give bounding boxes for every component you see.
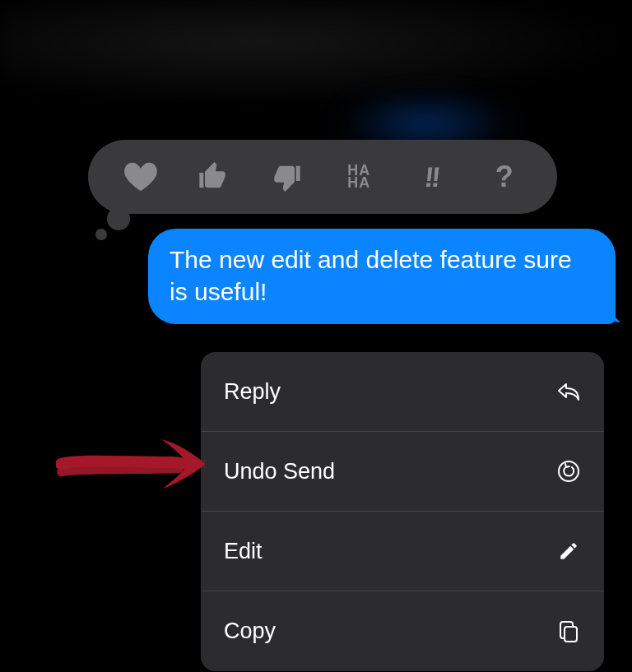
- tapback-tail-large: [107, 207, 130, 230]
- tapback-bar: HA HA !! ?: [88, 140, 557, 214]
- svg-point-0: [559, 461, 579, 481]
- message-text: The new edit and delete feature sure is …: [170, 246, 572, 305]
- menu-item-label: Edit: [224, 539, 263, 564]
- message-bubble[interactable]: The new edit and delete feature sure is …: [148, 229, 616, 324]
- menu-item-label: Copy: [224, 619, 276, 644]
- tapback-question[interactable]: ?: [480, 152, 529, 202]
- haha-icon: HA HA: [347, 165, 370, 190]
- tapback-exclaim[interactable]: !!: [407, 152, 456, 202]
- reply-icon: [556, 379, 581, 404]
- copy-icon: [556, 619, 581, 644]
- heart-icon: [123, 161, 158, 192]
- tapback-tail-small: [95, 229, 107, 240]
- menu-item-undo-send[interactable]: Undo Send: [201, 432, 604, 512]
- menu-item-label: Reply: [224, 379, 281, 405]
- tapback-thumbs-down[interactable]: [262, 152, 311, 202]
- exclaim-icon: !!: [423, 161, 440, 193]
- tapback-haha[interactable]: HA HA: [334, 152, 383, 202]
- svg-rect-1: [565, 627, 577, 642]
- annotation-arrow: [56, 428, 212, 494]
- thumbs-up-icon: [197, 160, 230, 193]
- tapback-thumbs-up[interactable]: [188, 152, 238, 202]
- undo-icon: [556, 459, 581, 484]
- question-icon: ?: [495, 160, 514, 194]
- menu-item-edit[interactable]: Edit: [201, 512, 604, 591]
- menu-item-label: Undo Send: [224, 459, 335, 484]
- thumbs-down-icon: [270, 160, 303, 193]
- pencil-icon: [556, 539, 581, 563]
- context-menu: Reply Undo Send Edit Copy: [201, 352, 604, 671]
- blurred-background-top: [0, 0, 632, 107]
- menu-item-reply[interactable]: Reply: [201, 352, 604, 432]
- haha-bottom: HA: [347, 177, 370, 189]
- menu-item-copy[interactable]: Copy: [201, 591, 604, 671]
- tapback-heart[interactable]: [116, 152, 165, 202]
